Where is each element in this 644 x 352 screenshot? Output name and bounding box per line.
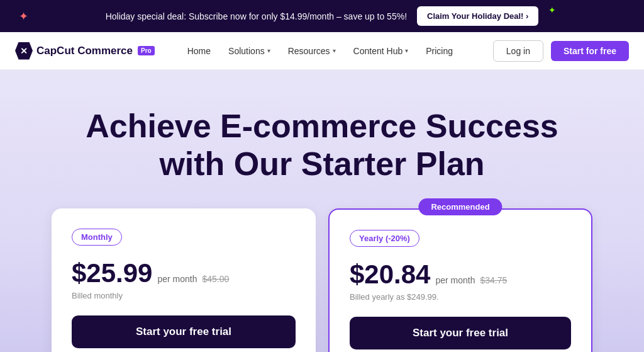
yearly-price-period: per month xyxy=(435,275,475,285)
monthly-trial-button[interactable]: Start your free trial xyxy=(72,315,296,348)
logo-pro-badge: Pro xyxy=(138,46,155,55)
monthly-price: $25.99 xyxy=(72,258,152,288)
nav-links: Home Solutions ▾ Resources ▾ Content Hub… xyxy=(180,41,493,61)
promo-banner: Holiday special deal: Subscribe now for … xyxy=(0,0,644,32)
nav-content-hub[interactable]: Content Hub ▾ xyxy=(346,41,416,61)
yearly-plan-card: Recommended Yearly (-20%) $20.84 per mon… xyxy=(328,208,592,352)
nav-home[interactable]: Home xyxy=(180,41,218,61)
monthly-price-period: per month xyxy=(157,274,197,284)
nav-pricing[interactable]: Pricing xyxy=(418,41,460,61)
yearly-price-row: $20.84 per month $34.75 xyxy=(350,259,571,290)
yearly-original-price: $34.75 xyxy=(480,275,508,285)
hero-title-line2: with Our Starter Plan xyxy=(159,145,484,182)
recommended-badge: Recommended xyxy=(418,198,502,215)
yearly-price: $20.84 xyxy=(350,259,430,290)
logo-wordmark: CapCut Commerce xyxy=(36,45,133,57)
logo-x-icon: ✕ xyxy=(20,46,28,56)
hero-title: Achieve E-commerce Success with Our Star… xyxy=(77,108,567,183)
content-hub-chevron-icon: ▾ xyxy=(405,47,408,54)
monthly-original-price: $45.00 xyxy=(203,274,230,284)
login-button[interactable]: Log in xyxy=(493,40,543,62)
monthly-plan-badge: Monthly xyxy=(72,229,122,246)
banner-message: Holiday special deal: Subscribe now for … xyxy=(106,11,407,21)
yearly-plan-badge: Yearly (-20%) xyxy=(350,230,419,247)
monthly-price-row: $25.99 per month $45.00 xyxy=(72,258,296,288)
hero-title-line1: Achieve E-commerce Success xyxy=(86,108,558,144)
monthly-billing-note: Billed monthly xyxy=(72,291,296,300)
main-nav: ✕ CapCut Commerce Pro Home Solutions ▾ R… xyxy=(0,32,644,70)
pricing-cards: Monthly $25.99 per month $45.00 Billed m… xyxy=(33,208,611,352)
banner-cta-button[interactable]: Claim Your Holiday Deal! › xyxy=(417,6,538,26)
logo-icon: ✕ xyxy=(15,42,33,60)
yearly-billing-note: Billed yearly as $249.99. xyxy=(350,292,571,302)
nav-solutions[interactable]: Solutions ▾ xyxy=(221,41,278,61)
banner-text: Holiday special deal: Subscribe now for … xyxy=(106,11,407,21)
hero-section: Achieve E-commerce Success with Our Star… xyxy=(0,70,644,352)
nav-actions: Log in Start for free xyxy=(493,40,629,62)
solutions-chevron-icon: ▾ xyxy=(267,47,270,54)
nav-resources[interactable]: Resources ▾ xyxy=(280,41,343,61)
start-for-free-button[interactable]: Start for free xyxy=(551,41,629,61)
monthly-plan-card: Monthly $25.99 per month $45.00 Billed m… xyxy=(52,208,316,352)
logo[interactable]: ✕ CapCut Commerce Pro xyxy=(15,42,155,60)
yearly-trial-button[interactable]: Start your free trial xyxy=(350,317,571,349)
resources-chevron-icon: ▾ xyxy=(333,47,336,54)
